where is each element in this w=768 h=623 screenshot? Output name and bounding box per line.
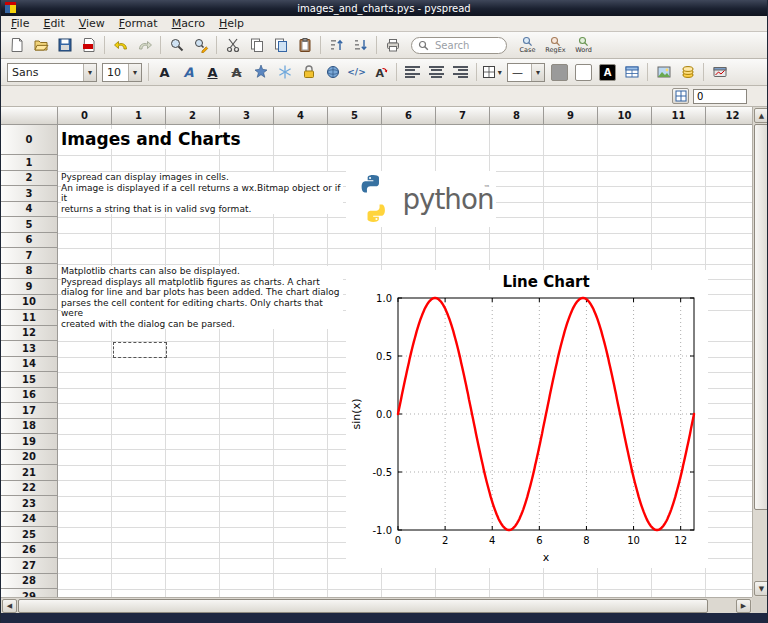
insert-bitmap-button[interactable] xyxy=(652,61,675,84)
menu-edit[interactable]: Edit xyxy=(36,16,71,31)
freeze-button[interactable] xyxy=(249,61,272,84)
chevron-down-icon[interactable]: ▾ xyxy=(531,64,544,81)
col-header-2[interactable]: 2 xyxy=(166,107,220,125)
menu-view[interactable]: View xyxy=(72,16,112,31)
open-button[interactable] xyxy=(29,34,52,57)
table-select-button[interactable] xyxy=(672,88,689,104)
row-header-4[interactable]: 4 xyxy=(1,202,58,218)
paste-button[interactable] xyxy=(293,34,316,57)
underline-button[interactable]: A xyxy=(201,61,224,84)
export-pdf-button[interactable] xyxy=(77,34,100,57)
col-header-12[interactable]: 12 xyxy=(706,107,752,125)
snowflake-button[interactable] xyxy=(273,61,296,84)
row-header-7[interactable]: 7 xyxy=(1,248,58,264)
cell-images-note[interactable]: Pyspread can display images in cells. An… xyxy=(61,172,343,214)
row-header-8[interactable]: 8 xyxy=(1,264,58,280)
horizontal-scrollbar[interactable]: ◀ ▶ xyxy=(1,597,752,613)
col-header-11[interactable]: 11 xyxy=(652,107,706,125)
find-button[interactable] xyxy=(165,34,188,57)
font-combo[interactable]: Sans ▾ xyxy=(7,63,97,82)
background-color-button[interactable] xyxy=(572,61,595,84)
scroll-up-button[interactable]: ▲ xyxy=(754,108,768,123)
row-header-5[interactable]: 5 xyxy=(1,217,58,233)
row-header-11[interactable]: 11 xyxy=(1,310,58,326)
sort-ascending-button[interactable] xyxy=(325,34,348,57)
row-header-0[interactable]: 0 xyxy=(1,125,58,155)
row-header-2[interactable]: 2 xyxy=(1,171,58,187)
col-header-1[interactable]: 1 xyxy=(112,107,166,125)
cut-button[interactable] xyxy=(221,34,244,57)
col-header-9[interactable]: 9 xyxy=(544,107,598,125)
markup-button[interactable]: </> xyxy=(345,61,368,84)
rotate-text-button[interactable]: A xyxy=(369,61,392,84)
vertical-scrollbar[interactable]: ▲ ▼ xyxy=(752,107,768,597)
print-button[interactable] xyxy=(381,34,404,57)
row-header-22[interactable]: 22 xyxy=(1,481,58,497)
row-header-16[interactable]: 16 xyxy=(1,388,58,404)
link-bitmap-button[interactable] xyxy=(676,61,699,84)
col-header-4[interactable]: 4 xyxy=(274,107,328,125)
font-size-combo[interactable]: 10 ▾ xyxy=(102,63,142,82)
col-header-6[interactable]: 6 xyxy=(382,107,436,125)
undo-button[interactable] xyxy=(109,34,132,57)
redo-button[interactable] xyxy=(133,34,156,57)
line-width-combo[interactable]: — ▾ xyxy=(507,63,545,82)
row-header-6[interactable]: 6 xyxy=(1,233,58,249)
row-header-12[interactable]: 12 xyxy=(1,326,58,342)
col-header-8[interactable]: 8 xyxy=(490,107,544,125)
grid-cells-area[interactable]: Images and Charts Pyspread can display i… xyxy=(58,125,752,597)
col-header-7[interactable]: 7 xyxy=(436,107,490,125)
row-header-3[interactable]: 3 xyxy=(1,186,58,202)
row-header-25[interactable]: 25 xyxy=(1,527,58,543)
insert-chart-button[interactable] xyxy=(708,61,731,84)
cell-charts-note[interactable]: Matplotlib charts can also be displayed.… xyxy=(61,266,343,329)
python-logo-cell[interactable]: python ™ xyxy=(346,171,496,227)
menu-file[interactable]: File xyxy=(4,16,36,31)
row-header-15[interactable]: 15 xyxy=(1,372,58,388)
toggle-regex[interactable]: RegEx xyxy=(542,33,569,57)
titlebar[interactable]: images_and_charts.pys - pyspread xyxy=(1,0,767,16)
row-header-9[interactable]: 9 xyxy=(1,279,58,295)
horizontal-scrollbar-thumb[interactable] xyxy=(18,599,708,613)
bold-button[interactable]: A xyxy=(153,61,176,84)
toggle-case[interactable]: Case xyxy=(514,33,541,57)
row-header-20[interactable]: 20 xyxy=(1,450,58,466)
sort-descending-button[interactable] xyxy=(349,34,372,57)
row-header-19[interactable]: 19 xyxy=(1,434,58,450)
scroll-down-button[interactable]: ▼ xyxy=(754,581,768,596)
row-header-27[interactable]: 27 xyxy=(1,558,58,574)
grid-corner-header[interactable] xyxy=(1,107,58,125)
menu-format[interactable]: Format xyxy=(112,16,165,31)
table-number-input[interactable] xyxy=(693,89,747,104)
copy-button[interactable] xyxy=(245,34,268,57)
replace-button[interactable] xyxy=(189,34,212,57)
row-header-18[interactable]: 18 xyxy=(1,419,58,435)
text-color-button[interactable]: A xyxy=(596,61,619,84)
justify-center-button[interactable] xyxy=(425,61,448,84)
row-header-23[interactable]: 23 xyxy=(1,496,58,512)
col-header-0[interactable]: 0 xyxy=(58,107,112,125)
toggle-word[interactable]: Word xyxy=(570,33,597,57)
chevron-down-icon[interactable]: ▾ xyxy=(496,61,504,84)
chart-cell[interactable]: 024681012-1.0-0.50.00.51.0Line Chartxsin… xyxy=(346,270,708,568)
search-input[interactable] xyxy=(433,39,499,52)
row-header-28[interactable]: 28 xyxy=(1,574,58,590)
vertical-scrollbar-thumb[interactable] xyxy=(754,124,768,510)
italic-button[interactable]: A xyxy=(177,61,200,84)
justify-left-button[interactable] xyxy=(401,61,424,84)
row-header-17[interactable]: 17 xyxy=(1,403,58,419)
line-color-button[interactable] xyxy=(548,61,571,84)
col-header-3[interactable]: 3 xyxy=(220,107,274,125)
row-header-24[interactable]: 24 xyxy=(1,512,58,528)
new-button[interactable] xyxy=(5,34,28,57)
copy-results-button[interactable] xyxy=(269,34,292,57)
menu-macro[interactable]: Macro xyxy=(165,16,212,31)
lock-cell-button[interactable] xyxy=(297,61,320,84)
row-header-14[interactable]: 14 xyxy=(1,357,58,373)
justify-right-button[interactable] xyxy=(449,61,472,84)
border-choice-button[interactable]: ▾ xyxy=(481,61,504,84)
row-header-13[interactable]: 13 xyxy=(1,341,58,357)
row-header-1[interactable]: 1 xyxy=(1,155,58,171)
menu-help[interactable]: Help xyxy=(212,16,251,31)
strikethrough-button[interactable]: A xyxy=(225,61,248,84)
